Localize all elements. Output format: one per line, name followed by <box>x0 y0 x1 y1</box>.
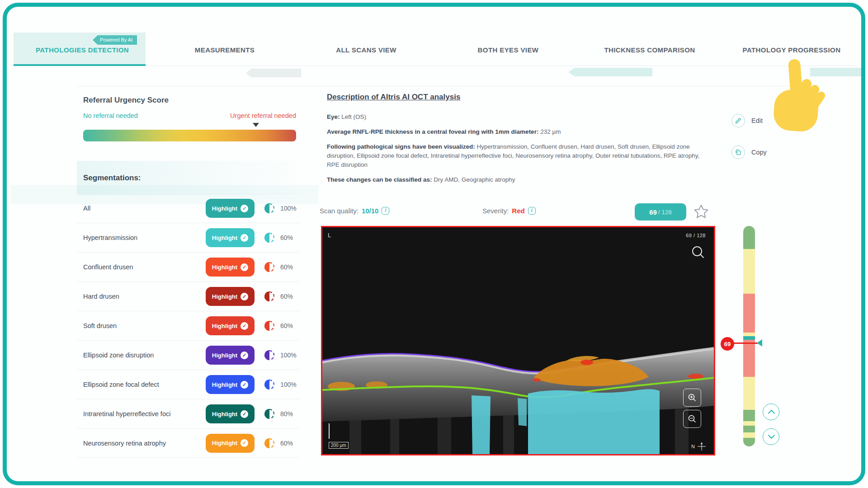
segmentation-row-hypertransmission: Hypertransmission Highlight✓ 60% <box>77 223 300 252</box>
previous-scan-button[interactable] <box>763 404 779 420</box>
thickness-map-bar[interactable] <box>743 226 755 446</box>
tab-bar: PATHOLOGIES DETECTION MEASUREMENTS ALL S… <box>11 32 857 66</box>
highlight-toggle-button[interactable]: Highlight✓ <box>206 375 255 394</box>
info-icon[interactable]: i <box>528 207 536 215</box>
edit-button[interactable]: Edit <box>731 114 763 127</box>
opacity-icon[interactable] <box>264 321 274 331</box>
scan-frame-counter: 69 / 128 <box>686 233 706 238</box>
scan-counter-pill[interactable]: 69 / 128 <box>635 203 686 221</box>
tab-all-scans-view[interactable]: ALL SCANS VIEW <box>336 46 396 54</box>
segmentation-row-confluent-drusen: Confluent drusen Highlight✓ 60% <box>77 252 300 282</box>
copy-icon <box>731 145 745 159</box>
highlight-toggle-button[interactable]: Highlight✓ <box>206 228 255 247</box>
thickness-segment <box>743 438 755 446</box>
segmentation-label: Hypertransmission <box>83 234 137 241</box>
signs-label: Following pathological signs have been v… <box>327 143 475 150</box>
referral-urgency-title: Referral Urgency Score <box>83 96 169 105</box>
chevron-down-icon <box>768 432 775 439</box>
check-icon: ✓ <box>241 205 248 212</box>
opacity-value: 80% <box>280 410 293 418</box>
opacity-value: 60% <box>280 234 293 241</box>
description-heading: Description of Altris AI OCT analysis <box>327 93 711 102</box>
thickness-segment <box>743 410 755 421</box>
opacity-icon[interactable] <box>264 203 274 213</box>
segmentation-row-ellipsoid-zone-focal-defect: Ellipsoid zone focal defect Highlight✓ 1… <box>77 370 300 399</box>
urgent-referral-label: Urgent referral needed <box>230 112 296 119</box>
analysis-description: Description of Altris AI OCT analysis Ey… <box>327 93 711 190</box>
tab-measurements[interactable]: MEASUREMENTS <box>195 46 255 54</box>
segmentation-label: All <box>83 205 90 212</box>
thickness-segment <box>743 426 755 432</box>
magnifier-icon[interactable] <box>690 244 707 261</box>
opacity-value: 60% <box>280 293 293 300</box>
highlight-toggle-button[interactable]: Highlight✓ <box>206 434 255 453</box>
eye-value: Left (OS) <box>340 113 367 120</box>
opacity-value: 60% <box>280 263 293 271</box>
classified-value: Dry AMD, Geographic atrophy <box>432 176 515 183</box>
copy-button[interactable]: Copy <box>731 145 767 159</box>
favorite-star-icon[interactable] <box>693 203 710 221</box>
check-icon: ✓ <box>241 381 248 389</box>
opacity-value: 60% <box>280 440 293 447</box>
highlight-toggle-button[interactable]: Highlight✓ <box>206 199 255 218</box>
tab-pathologies-detection[interactable]: PATHOLOGIES DETECTION <box>36 46 129 54</box>
thickness-segment <box>743 226 755 249</box>
opacity-icon[interactable] <box>264 262 274 272</box>
zoom-in-button[interactable] <box>683 389 701 407</box>
compass-label: N <box>691 444 695 449</box>
thickness-segment <box>743 249 755 294</box>
app-window: PATHOLOGIES DETECTION MEASUREMENTS ALL S… <box>0 0 868 488</box>
oct-bscan-image[interactable]: L 69 / 128 N 200 μm <box>321 226 715 455</box>
opacity-icon[interactable] <box>264 233 274 243</box>
zoom-out-button[interactable] <box>683 410 701 428</box>
opacity-icon[interactable] <box>264 291 274 301</box>
segmentation-label: Neurosensory retina atrophy <box>83 440 166 447</box>
chevron-up-icon <box>768 410 775 417</box>
info-icon[interactable]: i <box>382 207 389 215</box>
eye-label: Eye: <box>327 113 340 120</box>
severity-value: Red <box>512 207 524 215</box>
scan-quality-value: 10/10 <box>362 207 379 215</box>
segmentation-row-neurosensory-retina-atrophy: Neurosensory retina atrophy Highlight✓ 6… <box>77 428 300 458</box>
scale-bar: 200 μm <box>329 441 349 449</box>
eye-side-marker: L <box>328 232 331 239</box>
opacity-value: 100% <box>280 352 297 359</box>
urgency-gradient-bar <box>83 130 296 141</box>
highlight-toggle-button[interactable]: Highlight✓ <box>206 346 255 365</box>
opacity-icon[interactable] <box>264 380 274 389</box>
highlight-toggle-button[interactable]: Highlight✓ <box>206 287 255 306</box>
severity: Severity: Red i <box>482 207 536 215</box>
highlight-toggle-button[interactable]: Highlight✓ <box>206 316 255 335</box>
opacity-value: 100% <box>280 381 297 388</box>
bscan-render <box>322 227 714 454</box>
urgency-scale <box>83 123 296 143</box>
opacity-icon[interactable] <box>264 409 274 419</box>
segmentation-label: Ellipsoid zone disruption <box>83 352 154 359</box>
scan-counter-current: 69 <box>649 208 657 216</box>
highlight-toggle-button[interactable]: Highlight✓ <box>206 258 255 277</box>
opacity-icon[interactable] <box>264 350 274 360</box>
no-referral-label: No referral needed <box>83 112 138 119</box>
check-icon: ✓ <box>241 410 248 418</box>
thickness-segment <box>743 432 755 438</box>
pencil-icon <box>731 114 745 127</box>
check-icon: ✓ <box>241 322 248 330</box>
segmentation-label: Ellipsoid zone focal defect <box>83 381 159 388</box>
segmentation-row-intraretinal-hyperreflective-foci: Intraretinal hyperreflective foci Highli… <box>77 399 300 428</box>
tab-thickness-comparison[interactable]: THICKNESS COMPARISON <box>604 46 695 54</box>
scan-quality: Scan quality: 10/10 i <box>320 207 389 215</box>
hand-pointer-cursor-icon <box>758 55 835 148</box>
next-scan-button[interactable] <box>763 428 779 445</box>
opacity-icon[interactable] <box>264 438 274 448</box>
current-scan-marker-arrow <box>757 339 762 347</box>
highlight-toggle-button[interactable]: Highlight✓ <box>206 404 255 423</box>
tab-both-eyes-view[interactable]: BOTH EYES VIEW <box>478 46 539 54</box>
segmentations-list: All Highlight✓ 100% Hypertransmission Hi… <box>77 193 300 458</box>
segmentation-label: Soft drusen <box>83 322 117 329</box>
tab-pathology-progression[interactable]: PATHOLOGY PROGRESSION <box>743 46 841 54</box>
segmentation-row-all: All Highlight✓ 100% <box>77 193 300 223</box>
opacity-value: 100% <box>280 205 297 212</box>
segmentation-row-hard-drusen: Hard drusen Highlight✓ 60% <box>77 282 300 311</box>
current-scan-marker-badge: 69 <box>721 337 734 351</box>
classified-label: These changes can be classified as: <box>327 176 432 183</box>
